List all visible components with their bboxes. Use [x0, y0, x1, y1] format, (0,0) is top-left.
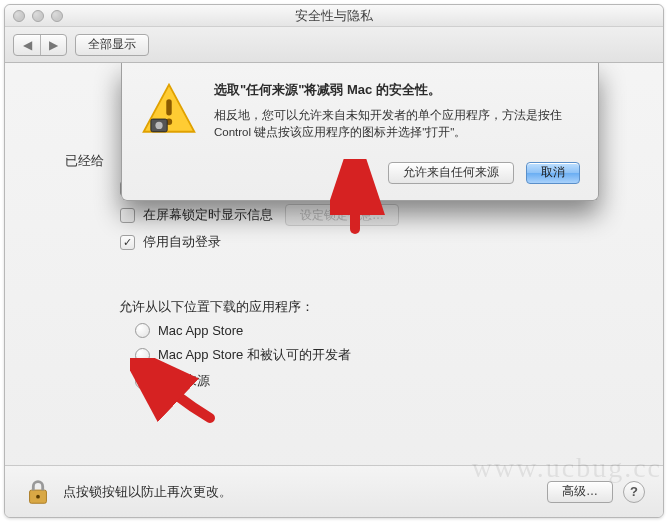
lock-hint-label: 点按锁按钮以防止再次更改。 — [63, 483, 232, 501]
show-all-button[interactable]: 全部显示 — [75, 34, 149, 56]
show-lock-message-checkbox[interactable] — [120, 208, 135, 223]
sheet-title: 选取"任何来源"将减弱 Mac 的安全性。 — [214, 81, 580, 99]
disable-autologin-checkbox[interactable]: ✓ — [120, 235, 135, 250]
radio-mac-app-store-label: Mac App Store — [158, 323, 243, 338]
warning-icon — [140, 81, 198, 139]
titlebar: 安全性与隐私 — [5, 5, 663, 27]
svg-point-4 — [155, 122, 162, 129]
nav-segment: ◀ ▶ — [13, 34, 67, 56]
close-window-button[interactable] — [13, 10, 25, 22]
window-title: 安全性与隐私 — [5, 7, 663, 25]
disable-autologin-row: ✓ 停用自动登录 — [120, 233, 221, 251]
back-button[interactable]: ◀ — [14, 35, 40, 55]
cancel-button[interactable]: 取消 — [526, 162, 580, 184]
allow-anywhere-button[interactable]: 允许来自任何来源 — [388, 162, 514, 184]
toolbar: ◀ ▶ 全部显示 — [5, 27, 663, 63]
login-section-label: 已经给 — [65, 152, 104, 170]
svg-rect-1 — [166, 99, 171, 115]
annotation-arrow-1 — [330, 159, 390, 239]
radio-mac-app-store[interactable] — [135, 323, 150, 338]
preferences-window: 安全性与隐私 ◀ ▶ 全部显示 已经给 ✓ 入屏幕保护程序以供保护程序（已丢失，… — [4, 4, 664, 518]
watermark: www.ucbug.cc — [472, 452, 662, 484]
allow-apps-label: 允许从以下位置下载的应用程序： — [119, 298, 314, 316]
annotation-arrow-2 — [130, 358, 220, 428]
minimize-window-button[interactable] — [32, 10, 44, 22]
forward-button[interactable]: ▶ — [40, 35, 66, 55]
sheet-message: 相反地，您可以允许来自未知开发者的单个应用程序，方法是按住 Control 键点… — [214, 107, 580, 142]
zoom-window-button[interactable] — [51, 10, 63, 22]
show-lock-message-row: 在屏幕锁定时显示信息 — [120, 206, 273, 224]
disable-autologin-label: 停用自动登录 — [143, 233, 221, 251]
svg-point-6 — [36, 494, 40, 498]
content-area: 已经给 ✓ 入屏幕保护程序以供保护程序（已丢失，无法输入密码） 在屏幕锁定时显示… — [5, 63, 663, 465]
lock-icon[interactable] — [23, 477, 53, 507]
radio-row-mas: Mac App Store — [135, 323, 351, 338]
show-lock-message-label: 在屏幕锁定时显示信息 — [143, 206, 273, 224]
traffic-lights — [5, 10, 63, 22]
